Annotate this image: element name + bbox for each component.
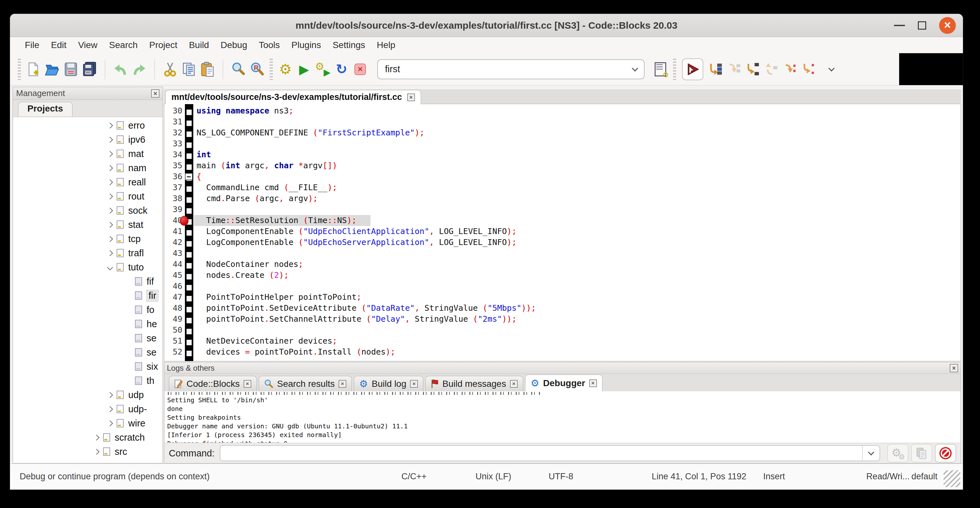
code-line[interactable]: 31 [164,116,961,127]
chevron-right-icon[interactable] [107,123,113,128]
toolbar-gripper[interactable] [673,59,676,80]
debug-toolbar-more-button[interactable] [822,68,840,71]
code-line[interactable]: 39 [164,204,961,215]
chevron-right-icon[interactable] [107,236,113,242]
tree-item-ipv6[interactable]: ipv6 [13,132,162,147]
code-line[interactable]: 34int [164,149,961,160]
tab-projects[interactable]: Projects [18,102,73,116]
cut-button[interactable] [161,59,180,80]
debugging-windows-button[interactable]: ⚙ ⚙ [887,444,908,463]
chevron-right-icon[interactable] [107,222,113,228]
stop-debugger-button[interactable] [935,444,956,463]
tree-item-six[interactable]: six [13,359,162,374]
code-line[interactable]: 46 [164,281,961,292]
next-line-button[interactable] [724,59,743,80]
tree-item-stat[interactable]: stat [13,218,162,232]
build-and-run-button[interactable]: ⚙ ▶ [313,59,332,80]
log-tab-build-log[interactable]: ⚙Build log× [354,376,423,391]
code-line[interactable]: 38 cmd.Parse (argc, argv); [164,193,961,204]
editor-tab-close-icon[interactable]: × [407,94,415,101]
log-tab-close-icon[interactable]: × [339,380,346,388]
step-into-button[interactable] [743,59,762,80]
menu-item-edit[interactable]: Edit [45,39,72,52]
fold-collapse-icon[interactable] [185,173,192,180]
chevron-right-icon[interactable] [107,193,113,199]
code-editor[interactable]: 30using namespace ns3;3132NS_LOG_COMPONE… [164,104,961,361]
menu-item-view[interactable]: View [72,39,103,52]
close-icon[interactable]: × [939,17,956,34]
code-line[interactable]: 36{ [164,171,961,182]
tree-item-fir[interactable]: fir [13,288,162,303]
chevron-right-icon[interactable] [107,179,113,185]
tree-item-rout[interactable]: rout [13,189,162,204]
code-line[interactable]: 51 NetDeviceContainer devices; [164,336,961,347]
chevron-right-icon[interactable] [94,435,99,440]
code-line[interactable]: 35main (int argc, char *argv[]) [164,160,961,171]
code-line[interactable]: 47 PointToPointHelper pointToPoint; [164,292,961,303]
command-dropdown-button[interactable] [862,446,880,460]
logs-panel-close-icon[interactable]: × [950,364,958,372]
menu-item-plugins[interactable]: Plugins [286,39,327,52]
tree-item-wire[interactable]: wire [13,416,162,430]
tree-item-trafl[interactable]: trafl [13,246,162,260]
code-line[interactable]: 43 [164,248,961,259]
project-tree[interactable]: erroipv6matnamreallroutsockstattcptraflt… [13,117,162,463]
tree-item-nam[interactable]: nam [13,161,162,175]
tree-item-reall[interactable]: reall [13,175,162,189]
code-line[interactable]: 50 [164,325,961,336]
save-all-button[interactable] [80,59,99,80]
chevron-right-icon[interactable] [107,165,113,171]
menu-item-search[interactable]: Search [103,39,144,52]
minimize-icon[interactable] [894,25,905,26]
toolbar-gripper[interactable] [18,59,21,80]
tree-item-src[interactable]: src [13,444,162,459]
find-button[interactable] [229,59,248,80]
code-line[interactable]: 37 CommandLine cmd (__FILE__); [164,182,961,193]
breakpoint-icon[interactable] [180,216,188,226]
log-tab-close-icon[interactable]: × [410,380,418,388]
log-tab-close-icon[interactable]: × [510,380,518,388]
chevron-right-icon[interactable] [94,449,99,454]
chevron-right-icon[interactable] [107,208,113,213]
search-input[interactable] [378,64,626,75]
tree-item-se[interactable]: se [13,345,162,359]
menu-item-help[interactable]: Help [371,39,401,52]
tree-item-he[interactable]: he [13,317,162,331]
copy-log-button[interactable] [911,444,932,463]
step-out-button[interactable] [762,59,781,80]
menu-item-build[interactable]: Build [183,39,215,52]
menu-item-file[interactable]: File [19,39,45,52]
log-tab-close-icon[interactable]: × [243,380,251,388]
open-file-button[interactable] [43,59,62,80]
run-button[interactable]: ▶ [295,59,313,80]
code-line[interactable]: 45 nodes.Create (2); [164,270,961,281]
menu-item-project[interactable]: Project [143,39,183,52]
code-line[interactable]: 48 pointToPoint.SetDeviceAttribute ("Dat… [164,303,961,314]
tree-item-udp-[interactable]: udp- [13,402,162,416]
code-line[interactable]: 40 Time::SetResolution (Time::NS); [164,215,961,226]
tree-item-mat[interactable]: mat [13,147,162,161]
next-instruction-button[interactable] [781,59,799,80]
code-line[interactable]: 41 LogComponentEnable ("UdpEchoClientApp… [164,226,961,237]
code-line[interactable]: 44 NodeContainer nodes; [164,259,961,270]
editor-tab-first-cc[interactable]: mnt/dev/tools/source/ns-3-dev/examples/t… [165,90,421,104]
log-tab-search-results[interactable]: Search results× [259,376,352,391]
chevron-right-icon[interactable] [107,420,113,426]
code-line[interactable]: 30using namespace ns3; [164,105,961,116]
tree-item-udp[interactable]: udp [13,388,162,402]
tree-item-th[interactable]: th [13,374,162,388]
code-line[interactable]: 32NS_LOG_COMPONENT_DEFINE ("FirstScriptE… [164,127,961,138]
menu-item-tools[interactable]: Tools [253,39,285,52]
search-dropdown-button[interactable] [626,68,644,71]
debugger-log[interactable]: Setting SHELL to '/bin/sh'doneSetting br… [165,391,960,443]
select-target-button[interactable]: ⚙ [651,59,670,80]
chevron-right-icon[interactable] [107,250,113,256]
debug-continue-button[interactable] [682,58,703,80]
log-tab-debugger[interactable]: ⚙Debugger× [525,374,603,391]
tree-item-tcp[interactable]: tcp [13,232,162,246]
code-line[interactable]: 52 devices = pointToPoint.Install (nodes… [164,347,961,357]
log-tab-build-messages[interactable]: Build messages× [425,376,523,391]
command-input[interactable] [220,448,862,459]
save-button[interactable] [62,59,80,80]
code-line[interactable]: 49 pointToPoint.SetChannelAttribute ("De… [164,314,961,325]
